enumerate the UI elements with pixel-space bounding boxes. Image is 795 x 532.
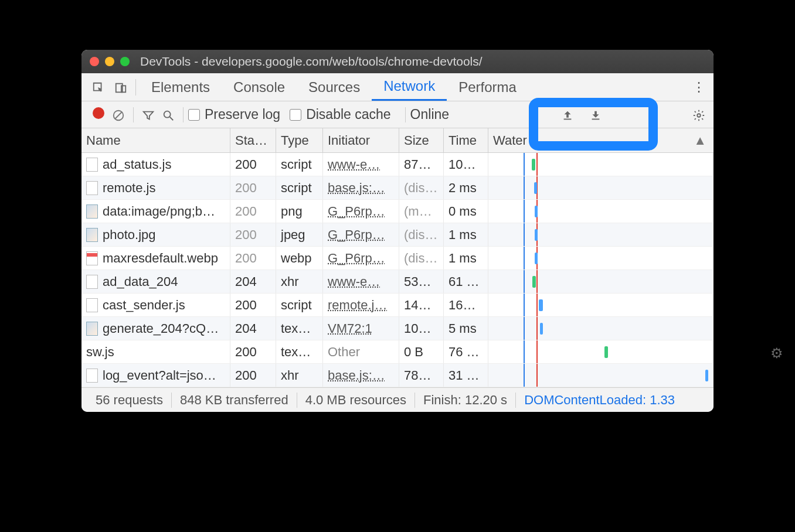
filter-icon[interactable] <box>138 107 158 122</box>
cell-initiator[interactable]: base.js:… <box>323 176 399 199</box>
cell-type: jpeg <box>276 223 323 246</box>
cell-type: webp <box>276 247 323 270</box>
cell-size: 87… <box>399 153 444 176</box>
status-requests: 56 requests <box>87 393 172 408</box>
cell-name[interactable]: cast_sender.js <box>81 294 230 316</box>
tab-sources[interactable]: Sources <box>297 73 372 101</box>
table-row[interactable]: ⚙sw.js200tex…Other0 B76 … <box>81 340 714 364</box>
cell-initiator[interactable]: Other <box>323 340 399 363</box>
device-toolbar-icon[interactable] <box>110 79 132 96</box>
cell-waterfall <box>488 294 714 316</box>
window-close-button[interactable] <box>90 57 99 66</box>
settings-gear-icon[interactable] <box>692 107 705 123</box>
cell-size: (dis… <box>399 247 444 270</box>
file-name: ad_status.js <box>103 157 171 172</box>
cell-initiator[interactable]: G_P6rp… <box>323 200 399 223</box>
window-minimize-button[interactable] <box>105 57 114 66</box>
cell-size: 10… <box>399 317 444 340</box>
status-dcl: DOMContentLoaded: 1.33 <box>516 393 683 408</box>
cell-status: 200 <box>230 176 276 199</box>
record-button[interactable] <box>89 107 108 122</box>
cell-size: 53… <box>399 270 444 293</box>
file-name: log_event?alt=jso… <box>103 368 216 383</box>
cell-size: (dis… <box>399 223 444 246</box>
cell-name[interactable]: data:image/png;b… <box>81 200 230 223</box>
cell-name[interactable]: ⚙sw.js <box>81 340 230 363</box>
header-size[interactable]: Size <box>399 128 444 152</box>
header-status[interactable]: Sta… <box>230 128 276 152</box>
cell-status: 200 <box>230 294 276 316</box>
header-initiator[interactable]: Initiator <box>323 128 399 152</box>
cell-time: 61 … <box>444 270 488 293</box>
header-type[interactable]: Type <box>276 128 323 152</box>
upload-har-icon[interactable] <box>561 107 574 122</box>
header-waterfall[interactable]: Water ▲ <box>488 128 714 152</box>
cell-initiator[interactable]: remote.j… <box>323 294 399 316</box>
cell-type: script <box>276 153 323 176</box>
table-row[interactable]: ad_data_204204xhrwww-e…53…61 … <box>81 270 714 294</box>
cell-type: xhr <box>276 364 323 387</box>
cell-waterfall <box>488 364 714 387</box>
cell-status: 200 <box>230 364 276 387</box>
window-maximize-button[interactable] <box>120 57 130 66</box>
file-name: ad_data_204 <box>103 274 178 289</box>
svg-point-8 <box>697 114 701 117</box>
table-row[interactable]: ad_status.js200scriptwww-e…87…10… <box>81 153 714 176</box>
file-name: sw.js <box>86 345 114 360</box>
cell-initiator[interactable]: www-e… <box>323 153 399 176</box>
cell-initiator[interactable]: G_P6rp… <box>323 247 399 270</box>
cell-initiator[interactable]: base.js:… <box>323 364 399 387</box>
network-toolbar: Preserve log Disable cache Online <box>81 101 714 128</box>
cell-name[interactable]: remote.js <box>81 176 230 199</box>
cell-name[interactable]: ad_status.js <box>81 153 230 176</box>
throttling-select[interactable]: Online <box>410 107 449 122</box>
svg-line-5 <box>170 117 174 121</box>
cell-time: 76 … <box>444 340 488 363</box>
table-row[interactable]: remote.js200scriptbase.js:…(dis…2 ms <box>81 176 714 200</box>
titlebar: DevTools - developers.google.com/web/too… <box>81 50 714 73</box>
table-row[interactable]: photo.jpg200jpegG_P6rp…(dis…1 ms <box>81 223 714 247</box>
tab-elements[interactable]: Elements <box>140 73 222 101</box>
table-row[interactable]: cast_sender.js200scriptremote.j…14…16… <box>81 294 714 317</box>
tab-performa[interactable]: Performa <box>447 73 528 101</box>
cell-name[interactable]: maxresdefault.webp <box>81 247 230 270</box>
cell-name[interactable]: photo.jpg <box>81 223 230 246</box>
inspect-element-icon[interactable] <box>87 79 110 96</box>
clear-button[interactable] <box>108 107 128 122</box>
cell-time: 1 ms <box>444 247 488 270</box>
panel-tabs: ElementsConsoleSourcesNetworkPerforma ⋮ <box>81 73 714 101</box>
tab-console[interactable]: Console <box>222 73 297 101</box>
cell-time: 0 ms <box>444 200 488 223</box>
cell-initiator[interactable]: G_P6rp… <box>323 223 399 246</box>
cell-initiator[interactable]: www-e… <box>323 270 399 293</box>
table-row[interactable]: log_event?alt=jso…200xhrbase.js:…78…31 … <box>81 364 714 387</box>
disable-cache-checkbox[interactable] <box>290 109 301 121</box>
cell-name[interactable]: log_event?alt=jso… <box>81 364 230 387</box>
cell-size: 14… <box>399 294 444 316</box>
tab-network[interactable]: Network <box>372 73 447 101</box>
cell-time: 16… <box>444 294 488 316</box>
table-row[interactable]: maxresdefault.webp200webpG_P6rp…(dis…1 m… <box>81 247 714 270</box>
script-file-icon <box>86 158 98 172</box>
cell-initiator[interactable]: VM72:1 <box>323 317 399 340</box>
cell-type: png <box>276 200 323 223</box>
cell-time: 2 ms <box>444 176 488 199</box>
table-row[interactable]: data:image/png;b…200pngG_P6rp…(m…0 ms <box>81 200 714 223</box>
more-menu-icon[interactable]: ⋮ <box>692 80 705 95</box>
download-har-icon[interactable] <box>589 107 602 122</box>
cell-size: (m… <box>399 200 444 223</box>
search-icon[interactable] <box>158 107 178 122</box>
cell-name[interactable]: ad_data_204 <box>81 270 230 293</box>
cell-waterfall <box>488 153 714 176</box>
cell-status: 204 <box>230 270 276 293</box>
preserve-log-checkbox[interactable] <box>188 109 200 121</box>
sort-arrow-icon: ▲ <box>694 133 706 148</box>
cell-type: script <box>276 294 323 316</box>
cell-name[interactable]: generate_204?cQ… <box>81 317 230 340</box>
cell-status: 200 <box>230 340 276 363</box>
cell-status: 200 <box>230 200 276 223</box>
file-name: remote.js <box>103 180 155 196</box>
header-time[interactable]: Time <box>444 128 488 152</box>
table-row[interactable]: generate_204?cQ…204tex…VM72:110…5 ms <box>81 317 714 340</box>
header-name[interactable]: Name <box>81 128 230 152</box>
